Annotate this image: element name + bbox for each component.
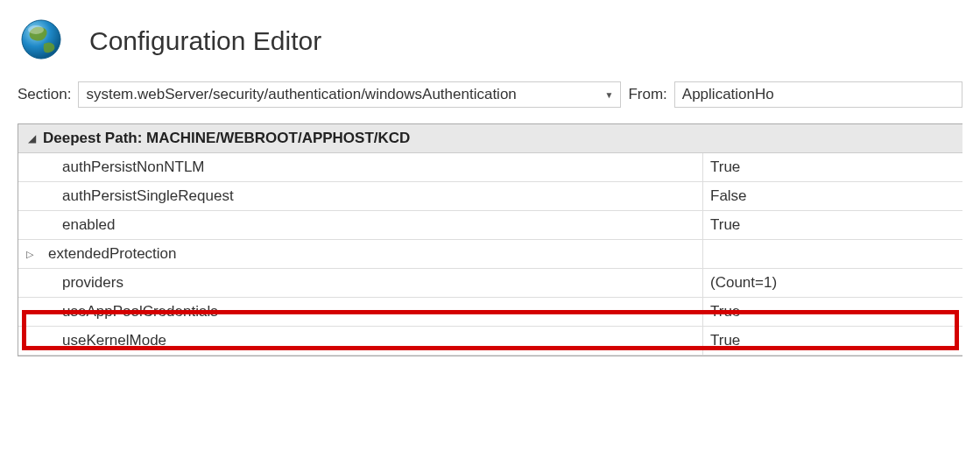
property-value[interactable]: True [703,153,962,181]
property-value[interactable]: True [703,298,962,326]
grid-row[interactable]: authPersistSingleRequest False [18,182,962,211]
from-value: ApplicationHo [682,86,774,102]
property-value[interactable] [703,240,962,268]
property-name: enabled [41,211,703,239]
section-label: Section: [18,86,71,103]
grid-row[interactable]: enabled True [18,211,962,240]
section-dropdown[interactable]: system.webServer/security/authentication… [78,81,621,108]
chevron-down-icon: ▼ [605,90,614,100]
grid-row[interactable]: authPersistNonNTLM True [18,153,962,182]
grid-row[interactable]: providers (Count=1) [18,269,962,298]
property-name: useKernelMode [41,327,703,355]
collapse-icon[interactable]: ◢ [25,132,38,144]
from-dropdown[interactable]: ApplicationHo [674,81,962,108]
row-indent [18,182,41,210]
property-name: providers [41,269,703,297]
row-indent [18,327,41,355]
row-indent [18,269,41,297]
property-name: authPersistNonNTLM [41,153,703,181]
property-value[interactable]: False [703,182,962,210]
grid-row[interactable]: ▷ extendedProtection [18,240,962,269]
grid-group-header[interactable]: ◢ Deepest Path: MACHINE/WEBROOT/APPHOST/… [18,124,962,153]
expand-icon[interactable]: ▷ [18,240,41,268]
globe-icon [18,16,65,66]
row-indent [18,211,41,239]
row-indent [18,298,41,326]
property-value[interactable]: True [703,327,962,355]
page-header: Configuration Editor [0,0,980,74]
row-indent [18,153,41,181]
property-name: useAppPoolCredentials [41,298,703,326]
from-label: From: [628,86,666,103]
grid-row[interactable]: useKernelMode True [18,327,962,356]
page-title: Configuration Editor [89,26,321,56]
grid-row[interactable]: useAppPoolCredentials True [18,298,962,327]
grid-header-text: Deepest Path: MACHINE/WEBROOT/APPHOST/KC… [43,130,410,147]
toolbar: Section: system.webServer/security/authe… [0,74,980,115]
svg-point-1 [28,25,44,34]
property-grid: ◢ Deepest Path: MACHINE/WEBROOT/APPHOST/… [18,123,962,356]
property-value[interactable]: (Count=1) [703,269,962,297]
section-value: system.webServer/security/authentication… [86,86,516,103]
property-value[interactable]: True [703,211,962,239]
property-name: extendedProtection [41,240,703,268]
property-name: authPersistSingleRequest [41,182,703,210]
